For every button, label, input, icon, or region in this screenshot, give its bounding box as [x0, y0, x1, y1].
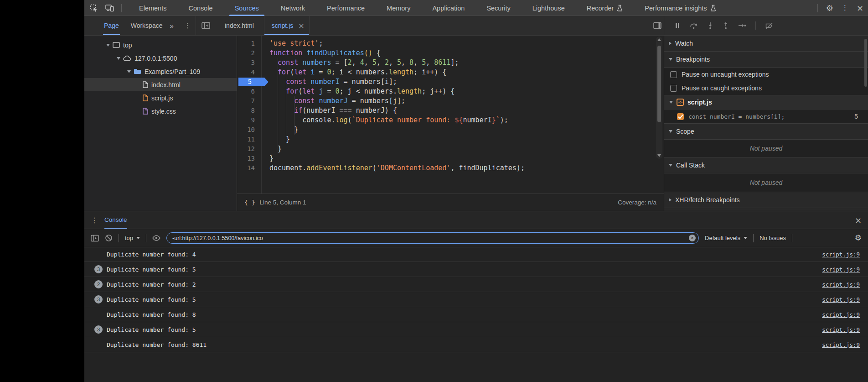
code-line-2[interactable]: function findDuplicates() {	[269, 48, 656, 58]
console-source-link[interactable]: script.js:9	[822, 251, 860, 258]
close-drawer-icon[interactable]: ×	[855, 215, 862, 225]
gutter-line-3[interactable]: 3	[237, 58, 261, 68]
section-scope[interactable]: Scope	[664, 124, 868, 140]
navigator-more-kebab-icon[interactable]: ⋮	[184, 21, 191, 30]
code-line-9[interactable]: console.log(`Duplicate number found: ${n…	[269, 115, 656, 125]
expand-caret-icon[interactable]	[117, 57, 120, 60]
tree-item-localhost[interactable]: 127.0.0.1:5500	[84, 52, 237, 65]
section-watch[interactable]: Watch	[664, 36, 868, 52]
step-icon[interactable]	[738, 22, 746, 29]
gutter-line-4[interactable]: 4	[237, 68, 261, 77]
gutter-line-10[interactable]: 10	[237, 125, 261, 135]
section-breakpoints[interactable]: Breakpoints	[664, 52, 868, 68]
editor-scrollbar[interactable]	[656, 37, 662, 159]
tab-workspace[interactable]: Workspace	[131, 16, 163, 35]
line-number-gutter[interactable]: 1234567891011121314	[237, 36, 262, 194]
console-filter-input[interactable]	[166, 232, 699, 244]
toggle-debugger-sidebar-icon[interactable]	[653, 22, 661, 29]
more-options-kebab-icon[interactable]: ⋮	[842, 5, 848, 11]
step-into-icon[interactable]	[707, 22, 713, 29]
tree-item-style-css[interactable]: style.css	[84, 105, 237, 118]
pause-on-uncaught-row[interactable]: Pause on uncaught exceptions	[664, 68, 868, 81]
console-source-link[interactable]: script.js:9	[822, 266, 860, 273]
step-out-icon[interactable]	[723, 22, 729, 29]
more-tabs-chevron-icon[interactable]: »	[170, 22, 173, 30]
clear-filter-icon[interactable]: ×	[689, 235, 696, 241]
code-editor[interactable]: 1234567891011121314 'use strict';functio…	[237, 36, 664, 194]
code-line-14[interactable]: document.addEventListener('DOMContentLoa…	[269, 163, 656, 173]
code-line-1[interactable]: 'use strict';	[269, 39, 656, 48]
step-over-icon[interactable]	[690, 22, 698, 29]
code-line-12[interactable]: }	[269, 144, 656, 154]
section-call-stack[interactable]: Call Stack	[664, 157, 868, 173]
code-line-3[interactable]: const numbers = [2, 4, 5, 2, 5, 8, 5, 86…	[269, 58, 656, 68]
deactivate-breakpoints-icon[interactable]	[765, 22, 774, 29]
top-tab-network[interactable]: Network	[270, 0, 316, 16]
drawer-tab-console[interactable]: Console	[104, 211, 127, 229]
scrollbar-thumb[interactable]	[657, 46, 661, 122]
tree-item-script-js[interactable]: script.js	[84, 91, 237, 105]
expand-caret-icon[interactable]	[127, 70, 131, 73]
top-tab-security[interactable]: Security	[475, 0, 521, 16]
pause-on-uncaught-checkbox[interactable]	[670, 71, 677, 78]
tree-item-top[interactable]: top	[84, 38, 237, 52]
context-selector[interactable]: top	[125, 235, 140, 241]
show-console-sidebar-icon[interactable]	[91, 235, 99, 242]
scroll-down-arrow-icon[interactable]	[657, 154, 661, 157]
code-line-7[interactable]: const numberJ = numbers[j];	[269, 96, 656, 106]
live-expression-eye-icon[interactable]	[152, 235, 160, 241]
console-settings-gear-icon[interactable]: ⚙	[855, 234, 862, 242]
pretty-print-braces-icon[interactable]: { }	[244, 199, 255, 206]
close-devtools-icon[interactable]: ×	[857, 4, 863, 12]
code-area[interactable]: 'use strict';function findDuplicates() {…	[262, 36, 656, 194]
device-toolbar-icon[interactable]	[105, 4, 114, 12]
gutter-line-5[interactable]: 5	[237, 77, 261, 87]
log-levels-dropdown[interactable]: Default levels	[705, 235, 747, 241]
code-line-4[interactable]: for(let i = 0; i < numbers.length; i++) …	[269, 68, 656, 77]
sidebar-scrollbar-thumb[interactable]	[864, 39, 867, 87]
breakpoint-enabled-checkbox[interactable]	[677, 113, 684, 120]
top-tab-performance-insights[interactable]: Performance insights	[634, 0, 727, 16]
code-line-13[interactable]: }	[269, 154, 656, 163]
code-line-11[interactable]: }	[269, 135, 656, 144]
top-tab-recorder[interactable]: Recorder	[576, 0, 634, 16]
gutter-line-14[interactable]: 14	[237, 163, 261, 173]
drawer-kebab-icon[interactable]: ⋮	[91, 216, 98, 225]
tree-item-index-html[interactable]: index.html	[84, 78, 237, 91]
console-source-link[interactable]: script.js:9	[822, 281, 860, 288]
inspect-element-icon[interactable]	[90, 4, 98, 12]
settings-gear-icon[interactable]: ⚙	[826, 4, 833, 12]
clear-console-icon[interactable]	[105, 234, 113, 242]
gutter-line-1[interactable]: 1	[237, 39, 261, 48]
top-tab-application[interactable]: Application	[421, 0, 475, 16]
gutter-line-8[interactable]: 8	[237, 106, 261, 115]
gutter-line-12[interactable]: 12	[237, 144, 261, 154]
hide-navigator-icon[interactable]	[202, 22, 210, 29]
gutter-line-9[interactable]: 9	[237, 115, 261, 125]
gutter-line-13[interactable]: 13	[237, 154, 261, 163]
top-tab-sources[interactable]: Sources	[224, 0, 270, 16]
top-tab-lighthouse[interactable]: Lighthouse	[522, 0, 576, 16]
gutter-line-11[interactable]: 11	[237, 135, 261, 144]
issues-counter[interactable]: No Issues	[760, 235, 786, 241]
expand-caret-icon[interactable]	[106, 44, 110, 47]
tree-item-folder[interactable]: Examples/Part_109	[84, 65, 237, 78]
tab-page[interactable]: Page	[104, 16, 119, 35]
console-source-link[interactable]: script.js:9	[822, 341, 860, 348]
breakpoint-file-group[interactable]: <> script.js	[664, 95, 868, 110]
console-source-link[interactable]: script.js:9	[822, 296, 860, 303]
gutter-line-2[interactable]: 2	[237, 48, 261, 58]
gutter-line-6[interactable]: 6	[237, 87, 261, 96]
close-tab-icon[interactable]: ×	[298, 21, 304, 30]
editor-tab-index-html[interactable]: index.html	[215, 16, 264, 35]
pause-on-caught-row[interactable]: Pause on caught exceptions	[664, 81, 868, 95]
top-tab-performance[interactable]: Performance	[316, 0, 376, 16]
console-source-link[interactable]: script.js:9	[822, 311, 860, 318]
gutter-line-7[interactable]: 7	[237, 96, 261, 106]
pause-on-caught-checkbox[interactable]	[670, 85, 677, 92]
code-line-6[interactable]: for(let j = 0; j < numbers.length; j++) …	[269, 87, 656, 96]
top-tab-elements[interactable]: Elements	[128, 0, 177, 16]
section-xhr-breakpoints[interactable]: XHR/fetch Breakpoints	[664, 192, 868, 208]
pause-script-icon[interactable]	[674, 22, 681, 29]
scroll-up-arrow-icon[interactable]	[657, 38, 661, 41]
